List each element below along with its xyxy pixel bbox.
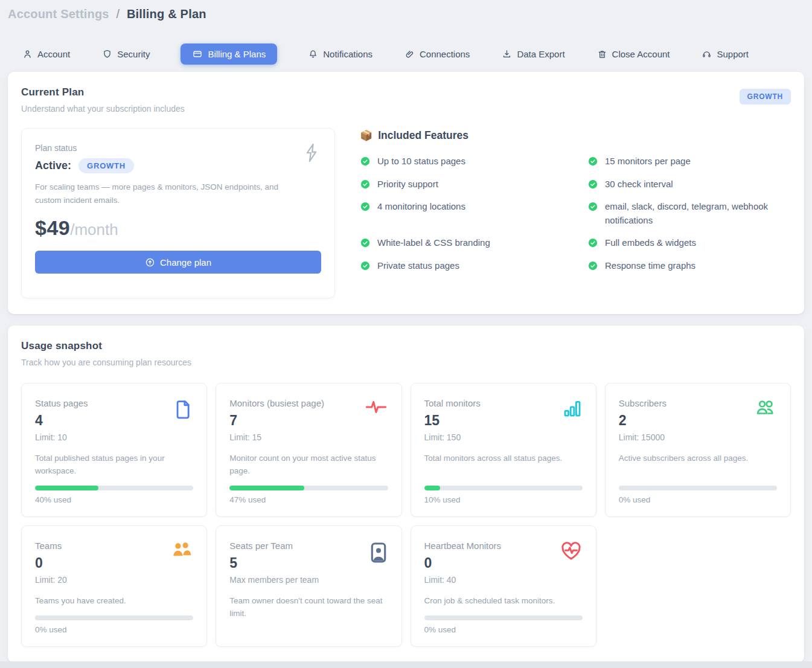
heart-pulse-icon [560, 541, 583, 561]
person-icon [22, 49, 33, 59]
feature-label: Response time graphs [605, 259, 695, 273]
tab-support[interactable]: Support [700, 43, 750, 65]
usage-grid: Status pages 4 Limit: 10 Total published… [21, 383, 791, 647]
feature-item: 15 monitors per page [587, 155, 791, 169]
settings-tabs: Account Security Billing & Plans Notific… [8, 43, 804, 65]
usage-card-seats-per-team: Seats per Team 5 Max members per team Te… [216, 525, 401, 647]
feature-item: Full embeds & widgets [587, 236, 791, 250]
usage-card-limit: Max members per team [229, 575, 319, 585]
trash-icon [597, 49, 607, 59]
progress-fill [35, 486, 98, 490]
usage-card-top: Subscribers 2 Limit: 15000 [619, 398, 777, 442]
feature-item: email, slack, discord, telegram, webhook… [587, 200, 791, 227]
usage-header: Usage snapshot Track how you are consumi… [21, 340, 791, 367]
usage-card-value: 5 [229, 555, 319, 571]
feature-item: 30 check interval [587, 178, 791, 191]
usage-card-description: Teams you have created. [35, 595, 193, 608]
usage-card-teams: Teams 0 Limit: 20 Teams you have created… [21, 525, 207, 647]
check-circle-icon [587, 237, 598, 248]
billing-page: Account Settings / Billing & Plan Accoun… [0, 0, 812, 663]
usage-card-head: Teams 0 Limit: 20 [35, 541, 67, 585]
features-title-row: 📦 Included Features [360, 129, 791, 142]
usage-card-limit: Limit: 15 [229, 432, 324, 442]
shield-icon [102, 49, 112, 59]
plan-price: $49/month [35, 216, 321, 240]
usage-card-title: Seats per Team [229, 541, 319, 551]
progress-track [424, 486, 583, 490]
feature-label: 4 monitoring locations [377, 200, 465, 214]
feature-label: 15 monitors per page [605, 155, 691, 169]
check-circle-icon [360, 201, 371, 212]
usage-card-title: Status pages [35, 398, 88, 408]
download-icon [502, 49, 512, 59]
headset-icon [702, 49, 712, 59]
lightning-icon [302, 142, 321, 164]
tab-label: Close Account [612, 49, 670, 59]
check-circle-icon [360, 156, 371, 167]
progress-track [424, 615, 583, 620]
usage-card-limit: Limit: 10 [35, 432, 88, 442]
usage-card-description: Total monitors across all status pages. [424, 452, 583, 478]
progress-track [35, 615, 193, 620]
usage-card-status-pages: Status pages 4 Limit: 10 Total published… [21, 383, 207, 517]
feature-item: Up to 10 status pages [360, 155, 563, 169]
usage-card-subscribers: Subscribers 2 Limit: 15000 Active subscr… [605, 383, 791, 517]
usage-card-head: Subscribers 2 Limit: 15000 [619, 398, 667, 442]
tab-data-export[interactable]: Data Export [500, 43, 566, 65]
plan-body: Plan status Active: GROWTH For scaling t… [21, 128, 791, 298]
usage-card-description: Active subscribers across all pages. [619, 452, 777, 478]
usage-card-description: Team owner doesn't count toward the seat… [229, 595, 388, 634]
feature-item: Priority support [360, 178, 563, 191]
usage-heading: Usage snapshot Track how you are consumi… [21, 340, 191, 367]
tab-account[interactable]: Account [21, 43, 71, 65]
current-plan-header: Current Plan Understand what your subscr… [21, 86, 791, 114]
tab-label: Connections [420, 49, 470, 59]
usage-card-percent: 40% used [35, 495, 193, 504]
tab-close-account[interactable]: Close Account [596, 43, 671, 65]
usage-card-percent: 0% used [35, 625, 193, 634]
features-grid: Up to 10 status pages 15 monitors per pa… [360, 155, 791, 272]
feature-label: Full embeds & widgets [605, 236, 696, 250]
usage-card-limit: Limit: 150 [424, 432, 481, 442]
check-circle-icon [360, 237, 371, 248]
progress-fill [229, 486, 304, 490]
usage-card-title: Monitors (busiest page) [229, 398, 324, 408]
usage-card-top: Total monitors 15 Limit: 150 [424, 398, 583, 442]
usage-card-description: Monitor count on your most active status… [229, 452, 388, 478]
tab-notifications[interactable]: Notifications [307, 43, 374, 65]
feature-label: Priority support [377, 178, 438, 191]
feature-item: Private status pages [360, 259, 563, 273]
bar-chart-icon [562, 398, 583, 419]
usage-card-head: Status pages 4 Limit: 10 [35, 398, 88, 442]
progress-track [229, 486, 388, 490]
plan-description: For scaling teams — more pages & monitor… [35, 181, 289, 207]
usage-card-total-monitors: Total monitors 15 Limit: 150 Total monit… [411, 383, 596, 517]
usage-card-heartbeat-monitors: Heartbeat Monitors 0 Limit: 40 Cron job … [411, 525, 596, 647]
tab-label: Notifications [323, 49, 372, 59]
check-circle-icon [360, 179, 371, 190]
check-circle-icon [587, 179, 598, 190]
tab-billing-plans[interactable]: Billing & Plans [181, 43, 277, 65]
feature-item: White-label & CSS branding [360, 236, 563, 250]
features-title: Included Features [378, 129, 468, 142]
activity-icon [364, 398, 388, 416]
usage-card-head: Heartbeat Monitors 0 Limit: 40 [424, 541, 502, 585]
usage-card-percent: 0% used [424, 625, 583, 634]
change-plan-button[interactable]: Change plan [35, 251, 321, 274]
usage-card-head: Monitors (busiest page) 7 Limit: 15 [229, 398, 324, 442]
feature-label: email, slack, discord, telegram, webhook… [605, 200, 791, 227]
section-title: Current Plan [21, 86, 185, 98]
id-badge-icon [369, 541, 388, 565]
tab-security[interactable]: Security [101, 43, 151, 65]
usage-card-limit: Limit: 20 [35, 575, 67, 585]
usage-card-description: Total published status pages in your wor… [35, 452, 193, 478]
usage-card-top: Status pages 4 Limit: 10 [35, 398, 193, 442]
usage-card-head: Total monitors 15 Limit: 150 [424, 398, 481, 442]
plan-status-row: Active: GROWTH [35, 158, 321, 173]
tab-connections[interactable]: Connections [403, 43, 471, 65]
usage-card-limit: Limit: 40 [424, 575, 502, 585]
arrow-up-circle-icon [145, 257, 155, 268]
usage-snapshot-section: Usage snapshot Track how you are consumi… [8, 326, 804, 663]
usage-card-value: 0 [35, 555, 67, 571]
breadcrumb-parent[interactable]: Account Settings [8, 7, 109, 21]
